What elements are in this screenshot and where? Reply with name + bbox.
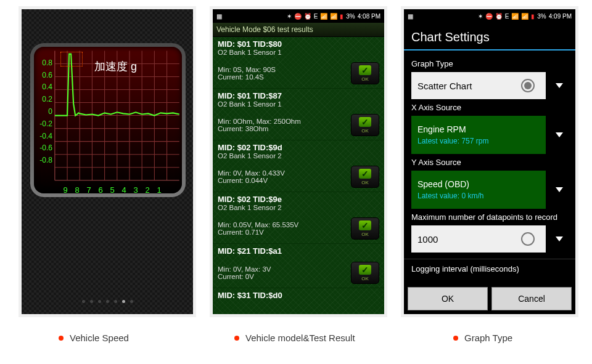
x-axis-select[interactable]: Engine RPM Latest value: 757 rpm bbox=[411, 116, 546, 154]
dialog-button-bar: OK Cancel bbox=[404, 283, 575, 314]
status-left-icons: ▦ bbox=[216, 13, 222, 20]
ok-button[interactable]: OK bbox=[408, 287, 488, 310]
y-axis-dropdown[interactable] bbox=[551, 176, 568, 203]
chart-ytick: -0.8 bbox=[35, 156, 52, 164]
bullet-icon bbox=[453, 336, 458, 341]
phone-chart-settings: ▦ ✶⛔⏰E 📶📶▮ 3% 4:09 PM Chart Settings Gra… bbox=[401, 6, 578, 317]
result-ok-button[interactable]: ✓OK bbox=[351, 217, 379, 240]
bullet-icon bbox=[59, 336, 64, 341]
cancel-button[interactable]: Cancel bbox=[491, 287, 572, 310]
phone-vehicle-speed: 0.80.60.40.20-0.2-0.4-0.6-0.8 987654321 … bbox=[18, 6, 196, 317]
chart-xtick: 5 bbox=[110, 185, 114, 195]
chevron-down-icon bbox=[556, 132, 563, 137]
chart-ytick: 0.6 bbox=[35, 71, 52, 79]
result-header-row: MID: $01 TID:$80O2 Bank 1 Sensor 1 bbox=[213, 37, 384, 60]
max-points-dropdown[interactable] bbox=[551, 225, 568, 253]
chart-panel[interactable]: 0.80.60.40.20-0.2-0.4-0.6-0.8 987654321 … bbox=[34, 47, 182, 193]
ok-label: OK bbox=[361, 128, 369, 134]
graph-type-field[interactable]: Scatter Chart bbox=[411, 72, 568, 99]
result-detail: Min: 0.05V, Max: 65.535VCurrent: 0.71V bbox=[218, 221, 347, 236]
result-header-row: MID: $02 TID:$9eO2 Bank 1 Sensor 2 bbox=[213, 192, 384, 215]
divider bbox=[404, 259, 575, 259]
ok-label: OK bbox=[361, 76, 369, 82]
max-points-field[interactable]: 1000 bbox=[411, 225, 568, 253]
phone-test-results: ▦ ✶⛔⏰E 📶📶▮ 3% 4:08 PM Vehicle Mode $06 t… bbox=[210, 6, 387, 317]
radio-icon bbox=[521, 232, 535, 246]
result-title: MID: $02 TID:$9d bbox=[218, 143, 379, 152]
result-sensor: O2 Bank 1 Sensor 2 bbox=[218, 204, 379, 211]
battery-percent: 3% bbox=[537, 13, 546, 20]
chart-frame: 0.80.60.40.20-0.2-0.4-0.6-0.8 987654321 … bbox=[30, 43, 186, 197]
x-axis-label: X Axis Source bbox=[411, 103, 568, 112]
result-title: MID: $02 TID:$9e bbox=[218, 195, 379, 204]
chevron-down-icon bbox=[556, 187, 563, 192]
check-icon: ✓ bbox=[359, 65, 371, 75]
chart-ytick: 0 bbox=[35, 107, 52, 116]
ok-label: OK bbox=[361, 232, 369, 237]
result-ok-button[interactable]: ✓OK bbox=[351, 62, 379, 84]
max-points-select[interactable]: 1000 bbox=[411, 225, 546, 253]
x-axis-field[interactable]: Engine RPM Latest value: 757 rpm bbox=[411, 116, 568, 154]
results-list[interactable]: MID: $01 TID:$80O2 Bank 1 Sensor 1Min: 0… bbox=[213, 37, 384, 314]
max-points-value: 1000 bbox=[417, 234, 521, 245]
y-axis-label: Y Axis Source bbox=[411, 158, 568, 167]
result-detail: Min: 0V, Max: 3VCurrent: 0V bbox=[218, 265, 347, 280]
chart-xtick: 4 bbox=[121, 185, 126, 195]
caption-3: Graph Type bbox=[453, 333, 512, 343]
caption-2-text: Vehicle model&Test Result bbox=[245, 333, 355, 343]
graph-type-label: Graph Type bbox=[411, 59, 568, 68]
chart-ytick: -0.2 bbox=[35, 119, 52, 128]
chart-title: 加速度 g bbox=[94, 59, 137, 74]
check-icon: ✓ bbox=[359, 220, 371, 230]
chart-ytick: -0.4 bbox=[35, 132, 52, 140]
caption-1: Vehicle Speed bbox=[59, 333, 129, 343]
result-title: MID: $31 TID:$d0 bbox=[218, 291, 379, 300]
result-title: MID: $21 TID:$a1 bbox=[218, 246, 379, 256]
chart-xtick: 6 bbox=[98, 185, 102, 195]
graph-type-select[interactable]: Scatter Chart bbox=[411, 72, 546, 99]
dialog-body: Graph Type Scatter Chart X Axis Source E… bbox=[404, 51, 575, 282]
result-header-row: MID: $21 TID:$a1 bbox=[213, 243, 384, 259]
graph-type-value: Scatter Chart bbox=[417, 81, 521, 91]
chart-xtick: 7 bbox=[86, 185, 91, 195]
status-bar: ▦ ✶⛔⏰E 📶📶▮ 3% 4:09 PM bbox=[404, 9, 575, 23]
check-icon: ✓ bbox=[359, 169, 371, 179]
graph-type-dropdown[interactable] bbox=[551, 72, 568, 99]
y-axis-latest: Latest value: 0 km/h bbox=[417, 192, 540, 200]
chart-ytick: 0.8 bbox=[35, 59, 52, 67]
phone1-body: 0.80.60.40.20-0.2-0.4-0.6-0.8 987654321 … bbox=[22, 9, 193, 314]
chart-xtick: 1 bbox=[157, 185, 161, 195]
caption-2: Vehicle model&Test Result bbox=[234, 333, 355, 343]
result-detail: Min: 0V, Max: 0.433VCurrent: 0.044V bbox=[218, 169, 347, 184]
result-title: MID: $01 TID:$87 bbox=[218, 91, 379, 100]
result-sensor: O2 Bank 1 Sensor 1 bbox=[218, 100, 379, 108]
chart-ytick: -0.6 bbox=[35, 144, 52, 152]
x-axis-value: Engine RPM bbox=[417, 124, 540, 134]
result-ok-button[interactable]: ✓OK bbox=[351, 166, 379, 188]
status-time: 4:09 PM bbox=[549, 13, 572, 20]
x-axis-dropdown[interactable] bbox=[551, 121, 568, 148]
y-axis-select[interactable]: Speed (OBD) Latest value: 0 km/h bbox=[411, 171, 546, 209]
result-detail-row: Min: 0S, Max: 90SCurrent: 10.4S✓OK bbox=[213, 60, 384, 88]
check-icon: ✓ bbox=[359, 117, 371, 127]
chevron-down-icon bbox=[556, 237, 563, 241]
result-ok-button[interactable]: ✓OK bbox=[351, 262, 379, 284]
result-header-row: MID: $02 TID:$9dO2 Bank 1 Sensor 2 bbox=[213, 140, 384, 163]
ok-label: OK bbox=[361, 180, 369, 185]
chart-xtick: 2 bbox=[145, 185, 149, 195]
result-title: MID: $01 TID:$80 bbox=[218, 39, 379, 49]
page-indicator[interactable] bbox=[22, 300, 193, 303]
results-header: Vehicle Mode $06 test results bbox=[213, 23, 384, 37]
status-time: 4:08 PM bbox=[358, 13, 380, 20]
result-ok-button[interactable]: ✓OK bbox=[351, 114, 379, 136]
result-header-row: MID: $01 TID:$87O2 Bank 1 Sensor 1 bbox=[213, 88, 384, 111]
chart-selection-box bbox=[60, 52, 83, 67]
radio-icon bbox=[521, 79, 535, 92]
status-bar: ▦ ✶⛔⏰E 📶📶▮ 3% 4:08 PM bbox=[213, 9, 384, 23]
chart-xtick: 9 bbox=[63, 185, 67, 195]
y-axis-field[interactable]: Speed (OBD) Latest value: 0 km/h bbox=[411, 171, 568, 209]
chart-xtick: 8 bbox=[75, 185, 79, 195]
x-axis-latest: Latest value: 757 rpm bbox=[417, 137, 540, 145]
chevron-down-icon bbox=[556, 83, 563, 88]
ok-label: OK bbox=[361, 276, 369, 281]
